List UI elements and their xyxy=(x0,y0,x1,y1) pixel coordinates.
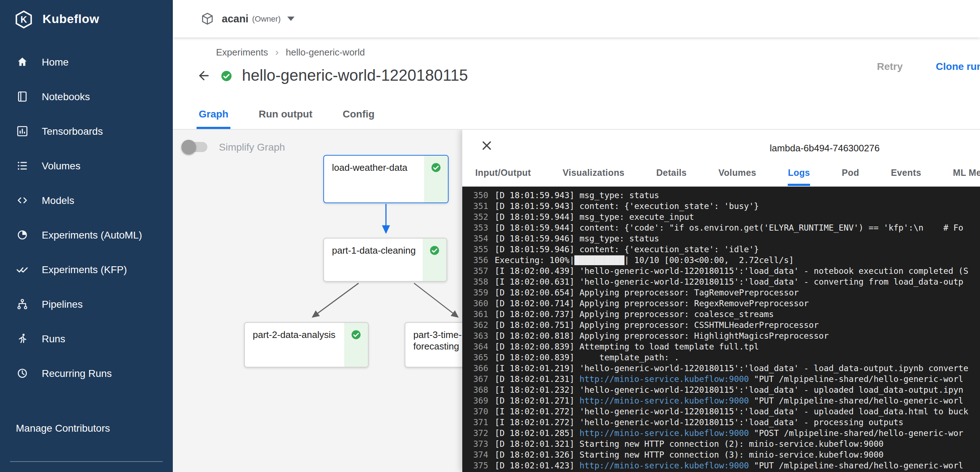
simplify-graph-label: Simplify Graph xyxy=(219,141,285,153)
runs-icon xyxy=(16,332,29,345)
tab-run-output[interactable]: Run output xyxy=(256,102,314,129)
sidebar-item-tensorboards[interactable]: Tensorboards xyxy=(0,114,173,148)
namespace-role: (Owner) xyxy=(252,14,280,23)
log-text-segment: [D 18:02:01.326] Starting new HTTP conne… xyxy=(495,450,883,460)
log-url-link[interactable]: http://minio-service.kubeflow:9000 xyxy=(579,395,749,406)
log-line-text: [I 18:02:01.272] 'hello-generic-world-12… xyxy=(495,407,980,417)
simplify-graph-toggle[interactable] xyxy=(183,142,207,152)
sidebar-divider xyxy=(10,461,163,462)
log-line-number: 352 xyxy=(469,212,488,223)
log-line-number: 365 xyxy=(469,352,488,363)
log-console[interactable]: 350[D 18:01:59.943] msg_type: status351[… xyxy=(462,187,980,472)
log-line: 366[I 18:02:01.219] 'hello-generic-world… xyxy=(469,363,980,374)
log-line-text: [I 18:02:01.272] 'hello-generic-world-12… xyxy=(495,417,980,428)
manage-contributors-link[interactable]: Manage Contributors xyxy=(0,422,173,434)
sidebar-item-experiments-automl[interactable]: Experiments (AutoML) xyxy=(0,218,173,252)
log-url-link[interactable]: http://minio-service.kubeflow:9000 xyxy=(579,374,749,384)
log-line: 364[D 18:02:00.839] Attempting to load t… xyxy=(469,341,980,352)
log-line-text: [D 18:02:01.231] http://minio-service.ku… xyxy=(495,374,980,385)
panel-tab-details[interactable]: Details xyxy=(656,160,687,186)
panel-tab-events[interactable]: Events xyxy=(891,160,921,186)
log-line: 362[D 18:02:00.751] Applying preprocesso… xyxy=(469,320,980,331)
sidebar-item-home[interactable]: Home xyxy=(0,45,173,79)
sidebar-item-recurring-runs[interactable]: Recurring Runs xyxy=(0,356,173,391)
log-line-number: 369 xyxy=(469,395,488,407)
log-text-segment: [D 18:02:00.839] template_path: . xyxy=(495,352,679,362)
close-icon[interactable] xyxy=(480,138,494,153)
log-line-text: [D 18:02:00.751] Applying preprocessor: … xyxy=(495,320,980,331)
recurring-runs-icon xyxy=(16,367,29,380)
log-line-text: [D 18:02:00.654] Applying preprocessor: … xyxy=(495,287,980,298)
log-line-text: [D 18:02:00.818] Applying preprocessor: … xyxy=(495,331,980,341)
graph-node-part-2-data-analysis[interactable]: part-2-data-analysis xyxy=(244,322,369,367)
chevron-down-icon xyxy=(287,17,294,21)
panel-tabs: Input/OutputVisualizationsDetailsVolumes… xyxy=(462,160,980,187)
tensorboards-icon xyxy=(16,125,29,138)
log-line: 368[I 18:02:01.232] 'hello-generic-world… xyxy=(469,385,980,395)
log-line-number: 371 xyxy=(469,417,488,428)
node-details-panel: lambda-6b494-746300276 Input/OutputVisua… xyxy=(462,130,980,472)
breadcrumb-experiments[interactable]: Experiments xyxy=(216,46,268,57)
log-text-segment: [I 18:02:01.272] 'hello-generic-world-12… xyxy=(495,407,969,416)
log-url-link[interactable]: http://minio-service.kubeflow:9000 xyxy=(579,461,749,470)
sidebar-item-experiments-kfp[interactable]: Experiments (KFP) xyxy=(0,252,173,287)
sidebar-item-pipelines[interactable]: Pipelines xyxy=(0,287,173,321)
log-line: 355[D 18:01:59.946] content: {'execution… xyxy=(469,244,980,255)
kubeflow-logo[interactable]: K Kubeflow xyxy=(0,0,173,39)
log-url-link[interactable]: http://minio-service.kubeflow:9000 xyxy=(579,428,749,438)
log-text-segment: [D 18:02:00.839] Attempting to load temp… xyxy=(495,341,759,352)
panel-tab-volumes[interactable]: Volumes xyxy=(718,160,756,186)
back-arrow-icon[interactable] xyxy=(197,69,211,83)
experiments-kfp-icon xyxy=(16,263,29,276)
log-line: 353[D 18:01:59.944] content: {'code': "i… xyxy=(469,223,980,233)
log-line-number: 351 xyxy=(469,201,488,212)
log-line: 356Executing: 100%|██████████| 10/10 [00… xyxy=(469,255,980,266)
success-check-icon xyxy=(431,162,441,173)
log-line-number: 356 xyxy=(469,255,488,266)
retry-button[interactable]: Retry xyxy=(871,56,909,77)
pipeline-graph: Simplify Graph xyxy=(173,130,462,472)
log-line-text: [D 18:02:00.714] Applying preprocessor: … xyxy=(495,298,980,309)
log-text-segment: "POST /mlpipeline-shared/hello-generic-w… xyxy=(749,428,963,438)
log-text-segment: [D 18:02:00.714] Applying preprocessor: … xyxy=(495,298,809,308)
breadcrumb-experiment-name[interactable]: hello-generic-world xyxy=(286,46,365,57)
clone-run-button[interactable]: Clone run xyxy=(930,56,980,77)
sidebar-item-runs[interactable]: Runs xyxy=(0,321,173,356)
sidebar-item-notebooks[interactable]: Notebooks xyxy=(0,79,173,114)
panel-tab-ml-metadata[interactable]: ML Metadata xyxy=(953,160,980,186)
sidebar-item-models[interactable]: Models xyxy=(0,183,173,218)
panel-tab-input-output[interactable]: Input/Output xyxy=(475,160,531,186)
sidebar-item-volumes[interactable]: Volumes xyxy=(0,148,173,183)
node-label: part-2-data-analysis xyxy=(245,323,344,367)
log-text-segment: [D 18:02:01.423] xyxy=(495,461,579,470)
graph-node-load-weather-data[interactable]: load-weather-data xyxy=(323,155,449,203)
log-line-number: 360 xyxy=(469,298,488,309)
sidebar-item-label: Volumes xyxy=(42,160,80,172)
log-line-text: [D 18:01:59.943] content: {'execution_st… xyxy=(495,201,980,212)
log-text-segment: [I 18:02:00.439] 'hello-generic-world-12… xyxy=(495,266,969,276)
log-line: 369[D 18:02:01.271] http://minio-service… xyxy=(469,395,980,407)
panel-tab-logs[interactable]: Logs xyxy=(788,160,810,186)
sidebar-item-label: Runs xyxy=(42,333,65,344)
log-line-number: 368 xyxy=(469,385,488,395)
tab-graph[interactable]: Graph xyxy=(197,102,231,129)
log-text-segment: [D 18:01:59.944] content: {'code': "if o… xyxy=(495,223,963,233)
namespace-cube-icon xyxy=(200,11,215,26)
simplify-graph-row: Simplify Graph xyxy=(183,141,285,153)
volumes-icon xyxy=(16,159,29,172)
panel-tab-pod[interactable]: Pod xyxy=(842,160,859,186)
log-line-number: 363 xyxy=(469,331,488,341)
log-line: 354[D 18:01:59.946] msg_type: status xyxy=(469,233,980,244)
graph-node-part-3-time-forecasting[interactable]: part-3-time-forecasting xyxy=(405,322,462,367)
namespace-selector[interactable]: acani (Owner) xyxy=(200,11,294,26)
log-text-segment: [I 18:02:01.232] 'hello-generic-world-12… xyxy=(495,385,963,395)
panel-title: lambda-6b494-746300276 xyxy=(770,142,880,153)
log-text-segment: [D 18:02:01.321] Starting new HTTP conne… xyxy=(495,439,883,449)
panel-tab-visualizations[interactable]: Visualizations xyxy=(563,160,625,186)
tab-config[interactable]: Config xyxy=(340,102,377,129)
log-text-segment: [D 18:01:59.946] content: {'execution_st… xyxy=(495,244,759,254)
graph-node-part-1-data-cleaning[interactable]: part-1-data-cleaning xyxy=(323,238,447,282)
page-title: hello-generic-world-1220180115 xyxy=(242,66,468,85)
app-window: K Kubeflow HomeNotebooksTensorboardsVolu… xyxy=(0,0,980,472)
success-check-icon xyxy=(220,70,232,82)
